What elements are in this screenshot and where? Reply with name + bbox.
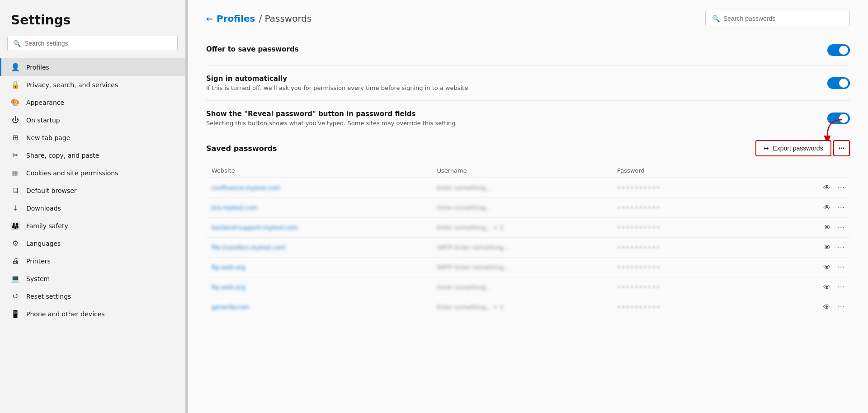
export-passwords-button[interactable]: ↦ Export passwords [755,140,831,156]
row-more-button[interactable]: ··· [838,183,844,192]
row-more-button[interactable]: ··· [838,283,844,291]
pw-username-cell: Enter something... [431,277,612,297]
sidebar-nav: 👤Profiles🔒Privacy, search, and services🎨… [0,58,185,413]
pw-website-cell[interactable]: backend-support.mytest.com [206,218,431,238]
row-more-button[interactable]: ··· [838,243,844,252]
pw-website-cell[interactable]: jira.mytest.com [206,198,431,218]
sidebar-item-languages[interactable]: ⚙Languages [0,235,185,252]
search-passwords-box[interactable]: 🔍 [705,11,850,26]
toggle-sign-in-auto[interactable] [827,77,850,89]
toggle-track-sign-in-auto [827,77,850,89]
pw-password-value: •••••••••• [617,204,661,211]
sidebar-item-label-newtab: New tab page [26,134,70,141]
pw-username-cell: SMTP Enter something... [431,258,612,277]
row-more-button[interactable]: ··· [838,263,844,272]
sidebar-item-share[interactable]: ✂Share, copy, and paste [0,146,185,164]
breadcrumb-separator: / Passwords [259,13,312,24]
pw-website-link[interactable]: file-transfers.mytest.com [212,244,286,251]
saved-passwords-section: Saved passwords ↦ Export passwords [206,140,850,317]
search-settings-input[interactable] [24,40,172,47]
pw-username-cell: Enter something... + 1 [431,297,612,317]
toggle-offer-save[interactable] [827,44,850,56]
search-passwords-icon: 🔍 [712,15,720,22]
pw-password-value: •••••••••• [617,284,661,291]
table-row: ftp.web.orgEnter something...••••••••••👁… [206,277,850,297]
sidebar-item-defaultbrowser[interactable]: 🖥Default browser [0,182,185,199]
pw-username-cell: Enter something... + 1 [431,218,612,238]
appearance-icon: 🎨 [11,98,20,107]
pw-website-link[interactable]: generify.com [212,304,250,310]
pw-website-cell[interactable]: ftp.web.org [206,277,431,297]
pw-actions-cell: 👁··· [753,297,850,317]
setting-info-reveal-btn: Show the "Reveal password" button in pas… [206,110,827,127]
reveal-password-button[interactable]: 👁 [823,203,830,212]
reveal-password-button[interactable]: 👁 [823,283,830,291]
setting-row-offer-save: Offer to save passwords [206,35,850,66]
pw-actions-cell: 👁··· [753,198,850,218]
setting-desc-reveal-btn: Selecting this button shows what you've … [206,120,827,127]
sidebar-item-privacy[interactable]: 🔒Privacy, search, and services [0,76,185,94]
sidebar-item-label-reset: Reset settings [26,293,71,300]
row-more-button[interactable]: ··· [838,223,844,232]
reveal-password-button[interactable]: 👁 [823,223,830,232]
pw-website-cell[interactable]: confluence.mytest.com [206,178,431,198]
toggle-reveal-btn[interactable] [827,113,850,124]
pw-action-buttons: 👁··· [759,303,844,311]
table-row: jira.mytest.comEnter something...•••••••… [206,198,850,218]
export-icon: ↦ [764,145,769,152]
search-passwords-input[interactable] [723,15,843,22]
pw-password-value: •••••••••• [617,224,661,231]
pw-website-link[interactable]: jira.mytest.com [212,204,258,211]
pw-website-cell[interactable]: generify.com [206,297,431,317]
sidebar-item-onstartup[interactable]: ⏻On startup [0,111,185,129]
sidebar-item-phone[interactable]: 📱Phone and other devices [0,305,185,323]
saved-passwords-header: Saved passwords ↦ Export passwords [206,140,850,156]
sidebar-item-label-share: Share, copy, and paste [26,152,99,159]
sidebar-item-system[interactable]: 💻System [0,270,185,287]
reveal-password-button[interactable]: 👁 [823,183,830,192]
pw-password-cell: •••••••••• [612,198,753,218]
back-button[interactable]: ← [206,14,213,23]
search-settings-box[interactable]: 🔍 [7,36,178,51]
reveal-password-button[interactable]: 👁 [823,243,830,252]
pw-website-link[interactable]: confluence.mytest.com [212,184,281,191]
pw-website-link[interactable]: ftp.web.org [212,284,245,291]
pw-actions-cell: 👁··· [753,178,850,198]
pw-website-cell[interactable]: file-transfers.mytest.com [206,238,431,258]
sidebar-item-label-printers: Printers [26,258,51,265]
row-more-button[interactable]: ··· [838,203,844,212]
pw-password-value: •••••••••• [617,304,661,310]
sidebar-item-reset[interactable]: ↺Reset settings [0,287,185,305]
table-row: backend-support.mytest.comEnter somethin… [206,218,850,238]
pw-website-link[interactable]: ftp.web.org [212,264,245,271]
reveal-password-button[interactable]: 👁 [823,303,830,311]
sidebar-item-appearance[interactable]: 🎨Appearance [0,94,185,111]
sidebar-item-label-profiles: Profiles [26,64,49,71]
setting-title-reveal-btn: Show the "Reveal password" button in pas… [206,110,827,118]
sidebar-item-profiles[interactable]: 👤Profiles [0,58,185,76]
pw-action-buttons: 👁··· [759,183,844,192]
sidebar-item-cookies[interactable]: ▦Cookies and site permissions [0,164,185,182]
saved-passwords-actions: ↦ Export passwords ··· [755,140,850,156]
sidebar-item-downloads[interactable]: ↓Downloads [0,199,185,217]
setting-title-sign-in-auto: Sign in automatically [206,75,827,83]
reveal-password-button[interactable]: 👁 [823,263,830,272]
sidebar-item-familysafety[interactable]: 👨‍👩‍👧Family safety [0,217,185,235]
pw-username-value: Enter something... + 1 [437,304,504,310]
sidebar-item-label-privacy: Privacy, search, and services [26,81,118,89]
table-row: file-transfers.mytest.comSMTP Enter some… [206,238,850,258]
pw-website-cell[interactable]: ftp.web.org [206,258,431,277]
row-more-button[interactable]: ··· [838,303,844,311]
pw-username-cell: SMTP Enter something... [431,238,612,258]
sidebar-title: Settings [0,13,185,36]
pw-username-value: Enter something... [437,284,491,291]
phone-icon: 📱 [11,310,20,318]
export-label: Export passwords [773,145,823,152]
sidebar-item-printers[interactable]: 🖨Printers [0,252,185,270]
sidebar-item-newtab[interactable]: ⊞New tab page [0,129,185,146]
pw-action-buttons: 👁··· [759,263,844,272]
pw-website-link[interactable]: backend-support.mytest.com [212,224,298,231]
pw-action-buttons: 👁··· [759,223,844,232]
breadcrumb-profiles-link[interactable]: Profiles [217,13,255,24]
reset-icon: ↺ [11,292,20,300]
